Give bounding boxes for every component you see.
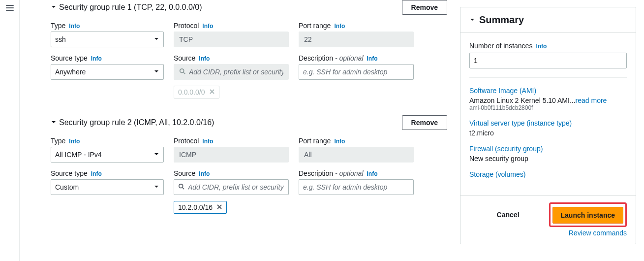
storage-link[interactable]: Storage (volumes) xyxy=(469,170,625,178)
rule-caret-icon[interactable] xyxy=(51,3,57,11)
cidr-chip[interactable]: 0.0.0.0/0 xyxy=(174,86,219,98)
security-group-rule: Security group rule 2 (ICMP, All, 10.2.0… xyxy=(48,115,447,214)
protocol-value: ICMP xyxy=(174,147,289,163)
source-label: Source xyxy=(174,169,195,177)
port-range-label: Port range xyxy=(299,22,331,30)
info-link[interactable]: Info xyxy=(334,23,345,30)
chevron-down-icon xyxy=(153,151,159,159)
rule-caret-icon[interactable] xyxy=(51,119,57,127)
info-link[interactable]: Info xyxy=(69,23,80,30)
instances-input[interactable] xyxy=(469,53,627,68)
ami-text: Amazon Linux 2 Kernel 5.10 AMI... xyxy=(469,97,576,104)
search-icon xyxy=(178,183,185,192)
source-type-label: Source type xyxy=(51,54,88,62)
port-range-value: All xyxy=(299,147,414,163)
info-link[interactable]: Info xyxy=(334,138,345,145)
description-label: Description - optional xyxy=(299,169,364,177)
instances-label: Number of instances xyxy=(469,42,532,50)
search-icon xyxy=(179,68,186,76)
chip-text: 10.2.0.0/16 xyxy=(178,203,213,211)
instance-type-value: t2.micro xyxy=(469,129,625,137)
hamburger-menu-icon[interactable] xyxy=(5,3,15,13)
cidr-chip[interactable]: 10.2.0.0/16 xyxy=(174,201,227,214)
port-range-value: 22 xyxy=(299,32,414,47)
info-link[interactable]: Info xyxy=(199,55,210,62)
cancel-button[interactable]: Cancel xyxy=(497,211,520,219)
ami-link[interactable]: Software Image (AMI) xyxy=(469,87,625,95)
remove-button[interactable]: Remove xyxy=(402,0,447,15)
instance-type-link[interactable]: Virtual server type (instance type) xyxy=(469,119,625,127)
protocol-label: Protocol xyxy=(174,137,199,145)
ami-readmore-link[interactable]: read more xyxy=(576,97,607,104)
type-select[interactable]: ssh xyxy=(51,32,164,47)
remove-chip-icon[interactable] xyxy=(216,203,222,211)
source-type-select[interactable]: Anywhere xyxy=(51,64,164,80)
source-type-label: Source type xyxy=(51,169,88,177)
svg-point-0 xyxy=(180,68,184,72)
description-input[interactable] xyxy=(299,179,414,195)
info-link[interactable]: Info xyxy=(91,170,102,177)
description-label: Description - optional xyxy=(299,54,364,62)
source-type-select[interactable]: Custom xyxy=(51,179,164,195)
remove-chip-icon[interactable] xyxy=(209,88,215,96)
firewall-value: New security group xyxy=(469,155,625,163)
protocol-value: TCP xyxy=(174,32,289,47)
rule-title: Security group rule 1 (TCP, 22, 0.0.0.0/… xyxy=(59,3,202,12)
info-link[interactable]: Info xyxy=(367,170,378,177)
type-label: Type xyxy=(51,22,65,30)
security-group-rule: Security group rule 1 (TCP, 22, 0.0.0.0/… xyxy=(48,0,447,98)
info-link[interactable]: Info xyxy=(202,23,213,30)
remove-button[interactable]: Remove xyxy=(402,115,447,130)
info-link[interactable]: Info xyxy=(199,170,210,177)
source-input xyxy=(174,64,289,80)
chevron-down-icon xyxy=(153,35,159,43)
ami-id: ami-0b0f111b5dcb2800f xyxy=(469,104,625,111)
review-commands-link[interactable]: Review commands xyxy=(469,229,627,237)
type-select[interactable]: All ICMP - IPv4 xyxy=(51,147,164,163)
chevron-down-icon xyxy=(153,183,159,191)
launch-instance-button[interactable]: Launch instance xyxy=(552,207,623,224)
summary-caret-icon[interactable] xyxy=(469,16,475,24)
description-input[interactable] xyxy=(299,64,414,80)
summary-panel: Summary Number of instances Info Softwar… xyxy=(460,7,636,244)
rule-title: Security group rule 2 (ICMP, All, 10.2.0… xyxy=(59,118,214,127)
info-link[interactable]: Info xyxy=(91,55,102,62)
svg-point-1 xyxy=(179,184,183,188)
source-label: Source xyxy=(174,54,195,62)
type-label: Type xyxy=(51,137,65,145)
port-range-label: Port range xyxy=(299,137,331,145)
info-link[interactable]: Info xyxy=(536,43,547,50)
summary-title: Summary xyxy=(479,14,524,26)
info-link[interactable]: Info xyxy=(202,138,213,145)
chip-text: 0.0.0.0/0 xyxy=(178,88,205,96)
info-link[interactable]: Info xyxy=(367,55,378,62)
chevron-down-icon xyxy=(153,68,159,76)
source-input[interactable] xyxy=(174,179,289,195)
protocol-label: Protocol xyxy=(174,22,199,30)
info-link[interactable]: Info xyxy=(69,138,80,145)
firewall-link[interactable]: Firewall (security group) xyxy=(469,145,625,153)
